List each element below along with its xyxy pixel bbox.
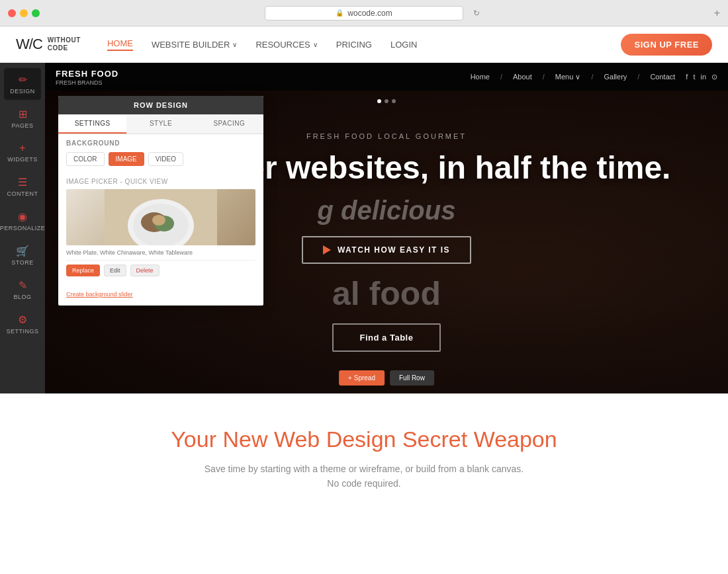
lock-icon: 🔒 xyxy=(336,9,343,17)
facebook-icon[interactable]: f xyxy=(686,73,688,81)
design-icon: ✏ xyxy=(19,73,27,86)
watch-btn-label: WATCH HOW EASY IT IS xyxy=(338,245,450,255)
hero-tagline2: al food xyxy=(332,274,441,313)
sidebar-item-pages[interactable]: ⊞ PAGES xyxy=(4,102,41,134)
panel-tab-settings[interactable]: Settings xyxy=(58,114,126,134)
sidebar-item-label: WIDGETS xyxy=(7,156,38,163)
pages-icon: ⊞ xyxy=(19,108,27,120)
panel-title: ROW DESIGN xyxy=(58,96,263,114)
sidebar-item-content[interactable]: ☰ CONTENT xyxy=(4,171,41,202)
bg-option-video[interactable]: VIDEO xyxy=(148,152,183,166)
content-area: ✏ DESIGN ⊞ PAGES + WIDGETS ☰ CONTENT ◉ xyxy=(0,63,728,574)
logo-text: WITHOUT CODE xyxy=(48,36,81,52)
browser-chrome: 🔒 wocode.com ↻ + xyxy=(0,0,728,26)
reload-button[interactable]: ↻ xyxy=(473,9,480,18)
close-button[interactable] xyxy=(8,9,16,17)
inner-nav: FRESH FOOD FRESH BRANDS Home / About / M… xyxy=(45,63,728,91)
watch-video-button[interactable]: WATCH HOW EASY IT IS xyxy=(302,236,471,264)
linkedin-icon[interactable]: in xyxy=(700,73,706,81)
create-slider-link[interactable]: Create background slider xyxy=(66,291,133,298)
bg-option-color[interactable]: COLOR xyxy=(66,152,105,166)
minimize-button[interactable] xyxy=(20,9,28,17)
sidebar-item-label: SETTINGS xyxy=(7,328,39,335)
editor-canvas: FRESH FOOD FRESH BRANDS Home / About / M… xyxy=(45,63,728,393)
left-sidebar: ✏ DESIGN ⊞ PAGES + WIDGETS ☰ CONTENT ◉ xyxy=(0,63,45,393)
replace-image-button[interactable]: Replace xyxy=(66,265,100,276)
chevron-down-icon: ∨ xyxy=(313,41,318,48)
sidebar-item-label: CONTENT xyxy=(7,190,38,197)
background-section-title: BACKGROUND xyxy=(66,140,255,147)
sidebar-item-personalize[interactable]: ◉ PERSONALIZE xyxy=(4,205,41,237)
inner-nav-home[interactable]: Home xyxy=(471,73,490,81)
play-icon xyxy=(323,245,331,255)
bottom-toolbar: + Spread Full Row xyxy=(339,370,434,386)
dot-1[interactable] xyxy=(377,99,381,103)
url-text: wocode.com xyxy=(347,9,392,18)
food-plate-svg xyxy=(105,189,217,245)
sidebar-item-settings[interactable]: ⚙ SETTINGS xyxy=(4,308,41,340)
blog-icon: ✎ xyxy=(19,279,27,292)
edit-image-button[interactable]: Edit xyxy=(104,265,126,276)
nav-item-login[interactable]: LOGIN xyxy=(390,40,417,50)
spread-button[interactable]: + Spread xyxy=(339,370,385,386)
inner-nav-menu[interactable]: Menu ∨ xyxy=(555,73,581,81)
sidebar-item-label: DESIGN xyxy=(10,88,35,95)
instagram-icon[interactable]: ⊙ xyxy=(711,73,717,81)
widgets-icon: + xyxy=(19,142,25,154)
image-picker-area: Image Picker - Quick View xyxy=(58,178,263,282)
panel-section-background: BACKGROUND COLOR IMAGE VIDEO xyxy=(58,134,263,178)
store-icon: 🛒 xyxy=(16,245,29,257)
sidebar-item-blog[interactable]: ✎ BLOG xyxy=(4,274,41,306)
editor-area: ✏ DESIGN ⊞ PAGES + WIDGETS ☰ CONTENT ◉ xyxy=(0,63,728,393)
nav-right: SIGN UP FREE xyxy=(621,34,712,56)
nav-item-pricing[interactable]: PRICING xyxy=(336,40,372,50)
maximize-button[interactable] xyxy=(32,9,40,17)
bg-option-image[interactable]: IMAGE xyxy=(109,152,144,166)
url-bar[interactable]: 🔒 wocode.com xyxy=(265,6,463,20)
logo-line1: WITHOUT xyxy=(48,36,81,44)
hero-subtitle: FRESH FOOD LOCAL GOURMET xyxy=(306,132,467,140)
panel-tab-spacing[interactable]: Spacing xyxy=(195,114,263,134)
sidebar-item-widgets[interactable]: + WIDGETS xyxy=(4,137,41,168)
sidebar-item-label: BLOG xyxy=(13,294,31,300)
top-nav: W/C WITHOUT CODE HOME WEBSITE BUILDER ∨ … xyxy=(0,26,728,63)
image-actions: Replace Edit Delete xyxy=(66,261,255,276)
inner-nav-about[interactable]: About xyxy=(513,73,532,81)
delete-image-button[interactable]: Delete xyxy=(130,265,159,276)
dot-2[interactable] xyxy=(385,99,388,103)
sidebar-item-store[interactable]: 🛒 STORE xyxy=(4,239,41,271)
nav-item-resources[interactable]: RESOURCES ∨ xyxy=(255,40,317,50)
dot-3[interactable] xyxy=(392,99,396,103)
settings-icon: ⚙ xyxy=(18,313,27,326)
bg-options: COLOR IMAGE VIDEO xyxy=(66,152,255,166)
sidebar-item-design[interactable]: ✏ DESIGN xyxy=(4,68,41,100)
nav-item-website-builder[interactable]: WEBSITE BUILDER ∨ xyxy=(152,40,237,50)
inner-logo: FRESH FOOD xyxy=(56,69,118,79)
image-picker-label: Image Picker - Quick View xyxy=(66,178,255,185)
signup-button[interactable]: SIGN UP FREE xyxy=(621,34,712,56)
traffic-lights xyxy=(8,9,40,17)
lower-section: Your New Web Design Secret Weapon Save t… xyxy=(0,393,728,574)
inner-nav-links: Home / About / Menu ∨ / Gallery / Contac… xyxy=(471,73,676,81)
create-bg-slider-link[interactable]: Create background slider xyxy=(58,287,263,306)
inner-nav-contact[interactable]: Contact xyxy=(650,73,675,81)
inner-nav-gallery[interactable]: Gallery xyxy=(604,73,627,81)
twitter-icon[interactable]: t xyxy=(693,73,695,81)
nav-item-home[interactable]: HOME xyxy=(107,38,133,51)
new-tab-button[interactable]: + xyxy=(714,7,720,19)
logo-area: W/C WITHOUT CODE xyxy=(16,36,81,53)
hero-tagline: g delicious xyxy=(318,196,456,226)
sidebar-item-label: PAGES xyxy=(12,122,34,129)
inner-logo-area: FRESH FOOD FRESH BRANDS xyxy=(56,67,121,86)
find-table-button[interactable]: Find a Table xyxy=(332,323,441,352)
lower-subtitle: Save time by starting with a theme or wi… xyxy=(199,462,529,491)
sidebar-item-label: PERSONALIZE xyxy=(0,225,45,231)
lower-title: Your New Web Design Secret Weapon xyxy=(13,427,715,452)
full-row-button[interactable]: Full Row xyxy=(390,370,434,386)
main-nav: HOME WEBSITE BUILDER ∨ RESOURCES ∨ PRICI… xyxy=(107,38,621,51)
panel-tab-style[interactable]: Style xyxy=(126,114,195,134)
dots-indicator xyxy=(377,99,396,103)
personalize-icon: ◉ xyxy=(18,210,27,223)
inner-logo-sub: FRESH BRANDS xyxy=(56,79,121,86)
logo-line2: CODE xyxy=(48,44,68,52)
